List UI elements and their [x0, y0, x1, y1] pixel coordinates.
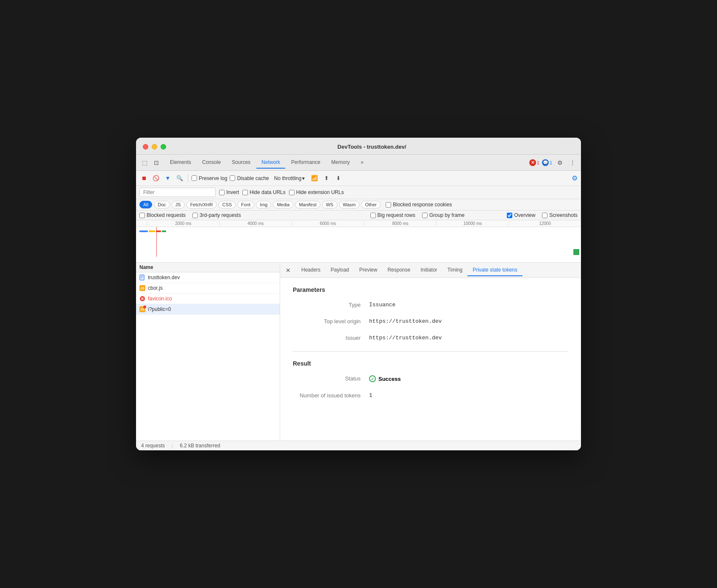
throttle-value: No throttling [274, 175, 302, 181]
minimize-button[interactable] [152, 144, 157, 150]
tokens-label: Number of issued tokens [293, 392, 369, 399]
detail-tab-payload[interactable]: Payload [325, 264, 354, 276]
network-settings-icon[interactable]: ⚙ [572, 174, 578, 182]
detail-tab-headers[interactable]: Headers [296, 264, 325, 276]
request-item-favicon[interactable]: favicon.ico [136, 294, 280, 304]
preserve-log-text: Preserve log [199, 175, 227, 181]
overview-checkbox[interactable] [507, 213, 512, 218]
wifi-icon[interactable]: 📶 [310, 174, 319, 183]
result-section-title: Result [293, 360, 568, 367]
request-name-cbor: cbor.js [148, 285, 163, 291]
status-bar: 4 requests | 6.2 kB transferred [136, 441, 581, 450]
search-button[interactable]: 🔍 [175, 174, 184, 183]
request-item-cbor[interactable]: JS cbor.js [136, 283, 280, 294]
detail-close-button[interactable]: ✕ [283, 266, 293, 275]
detail-tab-timing[interactable]: Timing [442, 264, 468, 276]
blocked-requests-label[interactable]: Blocked requests [139, 212, 186, 218]
type-btn-all[interactable]: All [139, 201, 152, 208]
close-button[interactable] [143, 144, 148, 150]
screenshots-label[interactable]: Screenshots [542, 212, 578, 218]
group-by-frame-checkbox[interactable] [422, 213, 428, 218]
request-icon-js: JS [139, 285, 145, 291]
clear-button[interactable]: 🚫 [151, 174, 161, 183]
timeline-chart[interactable] [136, 227, 581, 257]
tab-memory[interactable]: Memory [326, 157, 355, 169]
tab-bar-right: ✕ 1 💬 1 ⚙ ⋮ [529, 158, 578, 168]
tab-elements[interactable]: Elements [165, 157, 196, 169]
filter-input[interactable] [139, 188, 216, 197]
upload-icon[interactable]: ⬆ [322, 174, 331, 183]
blocked-cookies-text: Blocked response cookies [393, 202, 452, 208]
third-party-requests-text: 3rd-party requests [200, 212, 241, 218]
window-title: DevTools - trusttoken.dev/ [170, 144, 574, 150]
issuer-row: Issuer https://trusttoken.dev [293, 335, 568, 341]
timeline-marker-0 [136, 221, 147, 226]
tab-performance[interactable]: Performance [286, 157, 325, 169]
type-btn-wasm[interactable]: Wasm [339, 201, 360, 208]
filter-icon[interactable]: ▼ [163, 174, 172, 183]
screenshots-text: Screenshots [549, 212, 578, 218]
throttle-dropdown-icon: ▾ [302, 175, 305, 181]
type-btn-ws[interactable]: WS [322, 201, 337, 208]
overview-label[interactable]: Overview [507, 212, 535, 218]
detail-tab-bar: ✕ Headers Payload Preview Response Initi… [280, 263, 581, 278]
request-name-trusttoken: trusttoken.dev [148, 275, 180, 280]
type-btn-js[interactable]: JS [172, 201, 185, 208]
blocked-requests-checkbox[interactable] [139, 213, 145, 218]
tab-more[interactable]: » [356, 157, 369, 169]
timeline-marker-4: 8000 ms [364, 221, 436, 226]
detail-tab-preview[interactable]: Preview [354, 264, 383, 276]
detail-tab-initiator[interactable]: Initiator [415, 264, 442, 276]
hide-extension-urls-label[interactable]: Hide extension URLs [289, 189, 344, 195]
invert-text: Invert [226, 189, 239, 195]
timeline-marker-3: 6000 ms [292, 221, 364, 226]
type-btn-css[interactable]: CSS [218, 201, 236, 208]
detail-tab-private-state-tokens[interactable]: Private state tokens [467, 264, 522, 276]
disable-cache-label[interactable]: Disable cache [230, 175, 269, 181]
hide-extension-urls-checkbox[interactable] [289, 190, 295, 195]
hide-data-urls-label[interactable]: Hide data URLs [242, 189, 286, 195]
type-btn-img[interactable]: Img [256, 201, 271, 208]
big-rows-checkbox[interactable] [370, 213, 376, 218]
stop-recording-button[interactable]: ⏹ [139, 174, 149, 183]
type-value: Issuance [369, 302, 395, 308]
tab-console[interactable]: Console [197, 157, 226, 169]
maximize-button[interactable] [161, 144, 166, 150]
disable-cache-checkbox[interactable] [230, 175, 235, 181]
hide-data-urls-checkbox[interactable] [242, 190, 248, 195]
type-btn-font[interactable]: Font [237, 201, 254, 208]
preserve-log-checkbox[interactable] [192, 175, 197, 181]
big-rows-label[interactable]: Big request rows [370, 212, 415, 218]
group-by-frame-label[interactable]: Group by frame [422, 212, 464, 218]
third-party-requests-label[interactable]: 3rd-party requests [192, 212, 241, 218]
type-btn-media[interactable]: Media [273, 201, 293, 208]
detail-tab-response[interactable]: Response [382, 264, 415, 276]
invert-label[interactable]: Invert [219, 189, 239, 195]
settings-gear-icon[interactable]: ⚙ [555, 158, 565, 168]
options-right-2: Overview Screenshots [507, 212, 578, 218]
throttle-select[interactable]: No throttling ▾ [272, 175, 308, 182]
type-btn-other[interactable]: Other [361, 201, 381, 208]
screenshots-checkbox[interactable] [542, 213, 547, 218]
request-item-trusttoken[interactable]: trusttoken.dev [136, 272, 280, 283]
more-options-icon[interactable]: ⋮ [567, 158, 578, 168]
third-party-requests-checkbox[interactable] [192, 213, 198, 218]
preserve-log-label[interactable]: Preserve log [192, 175, 227, 181]
type-btn-doc[interactable]: Doc [154, 201, 170, 208]
request-item-public[interactable]: JS i?public=0 [136, 304, 280, 315]
download-icon[interactable]: ⬇ [333, 174, 343, 183]
blocked-cookies-checkbox[interactable] [386, 202, 391, 208]
blocked-cookies-label[interactable]: Blocked response cookies [386, 202, 452, 208]
options-row: Blocked requests 3rd-party requests Big … [136, 211, 581, 220]
issuer-label: Issuer [293, 335, 369, 341]
options-left: Blocked requests 3rd-party requests [139, 212, 241, 218]
invert-checkbox[interactable] [219, 190, 225, 195]
timeline-bars [139, 230, 166, 232]
device-toolbar-icon[interactable]: ⊡ [151, 158, 161, 168]
tokens-row: Number of issued tokens 1 [293, 392, 568, 399]
type-btn-manifest[interactable]: Manifest [295, 201, 320, 208]
inspect-element-icon[interactable]: ⬚ [139, 158, 150, 168]
tab-sources[interactable]: Sources [227, 157, 256, 169]
tab-network[interactable]: Network [256, 157, 285, 169]
type-btn-fetch-xhr[interactable]: Fetch/XHR [186, 201, 217, 208]
